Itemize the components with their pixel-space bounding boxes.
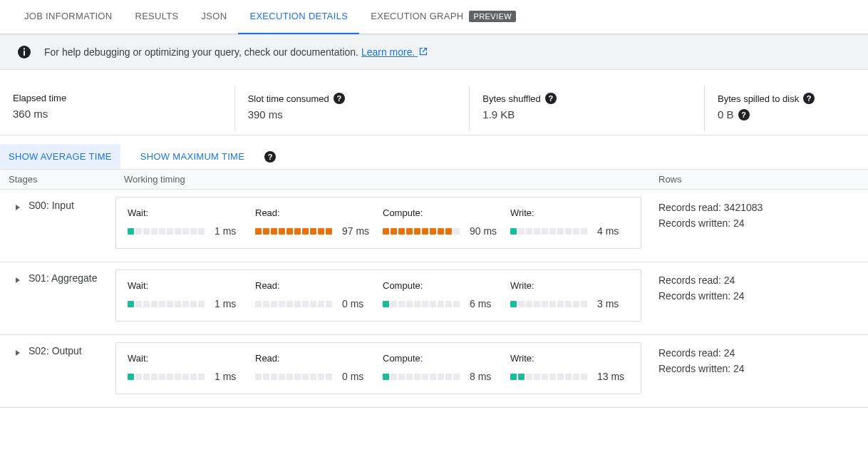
timing-segbar — [128, 228, 205, 235]
seg — [128, 228, 134, 235]
timing-bar-row: 13 ms — [510, 371, 629, 382]
show-maximum-time-button[interactable]: SHOW MAXIMUM TIME — [132, 144, 253, 169]
seg — [453, 228, 460, 235]
records-written: Records written: 24 — [658, 215, 859, 231]
tab-json[interactable]: JSON — [190, 0, 239, 34]
seg — [391, 228, 397, 235]
seg — [549, 228, 556, 235]
timing-label: Compute: — [383, 280, 502, 291]
timing-label: Compute: — [383, 353, 502, 364]
timing-block: Read:0 ms — [255, 280, 374, 309]
seg — [383, 374, 389, 380]
timing-segbar — [255, 301, 332, 307]
timing-value: 0 ms — [342, 371, 372, 382]
stat-label: Slot time consumed ? — [248, 93, 457, 104]
timing-segbar — [383, 301, 460, 307]
timing-label: Read: — [255, 353, 374, 364]
seg — [167, 374, 173, 380]
seg — [445, 374, 452, 380]
column-header-stages: Stages — [0, 170, 115, 189]
time-toggle-group: SHOW AVERAGE TIME SHOW MAXIMUM TIME ? — [0, 144, 868, 169]
seg — [182, 301, 189, 307]
stat-label: Bytes shuffled ? — [482, 93, 691, 104]
expand-icon[interactable] — [14, 347, 21, 354]
stat-bytes-spilled: Bytes spilled to disk ? 0 B ? — [704, 86, 868, 130]
timing-segbar — [255, 228, 332, 235]
timing-value: 1 ms — [215, 225, 244, 237]
help-icon[interactable]: ? — [334, 93, 345, 104]
seg — [526, 228, 532, 235]
seg — [318, 374, 324, 380]
timing-block: Write:3 ms — [510, 280, 629, 309]
seg — [518, 228, 525, 235]
seg — [159, 301, 165, 307]
timing-label: Wait: — [128, 280, 247, 291]
seg — [167, 301, 173, 307]
timing-label: Wait: — [128, 353, 247, 364]
seg — [391, 301, 397, 307]
column-header-rows: Rows — [650, 170, 868, 189]
expand-icon[interactable] — [14, 274, 21, 282]
tab-results[interactable]: RESULTS — [123, 0, 190, 34]
timing-cell: Wait:1 msRead:97 msCompute:90 msWrite:4 … — [115, 197, 650, 249]
seg — [135, 228, 142, 235]
stat-value: 1.9 KB — [482, 108, 691, 120]
seg — [128, 374, 134, 380]
timing-bar-row: 4 ms — [510, 225, 629, 237]
timing-label: Read: — [255, 207, 374, 218]
seg — [526, 301, 532, 307]
seg — [167, 228, 173, 235]
timing-value: 1 ms — [215, 298, 244, 309]
timing-segbar — [510, 374, 587, 380]
help-icon[interactable]: ? — [264, 151, 276, 163]
timing-value: 97 ms — [342, 225, 372, 237]
show-average-time-button[interactable]: SHOW AVERAGE TIME — [0, 144, 120, 169]
seg — [190, 301, 197, 307]
tab-execution-details[interactable]: EXECUTION DETAILS — [238, 0, 359, 34]
seg — [135, 374, 142, 380]
seg — [422, 228, 428, 235]
info-banner-message: For help debugging or optimizing your qu… — [44, 46, 361, 58]
tab-job-information[interactable]: JOB INFORMATION — [13, 0, 123, 34]
seg — [198, 228, 205, 235]
help-icon[interactable]: ? — [738, 109, 750, 120]
seg — [422, 301, 428, 307]
tab-execution-graph[interactable]: EXECUTION GRAPH PREVIEW — [359, 0, 527, 34]
records-read: Records read: 24 — [658, 272, 859, 288]
seg — [430, 301, 436, 307]
stat-label-text: Bytes shuffled — [482, 93, 540, 104]
seg — [445, 301, 452, 307]
seg — [565, 301, 572, 307]
timing-segbar — [510, 301, 587, 307]
seg — [263, 301, 269, 307]
seg — [453, 374, 460, 380]
seg — [318, 301, 324, 307]
learn-more-link[interactable]: Learn more. — [361, 46, 428, 58]
timing-block: Wait:1 ms — [128, 280, 247, 309]
timing-segbar — [383, 374, 460, 380]
timing-block: Compute:6 ms — [383, 280, 502, 309]
timing-block: Wait:1 ms — [128, 207, 247, 237]
seg — [430, 228, 436, 235]
timing-label: Compute: — [383, 207, 502, 218]
seg — [542, 374, 548, 380]
seg — [557, 301, 564, 307]
timing-segbar — [510, 228, 587, 235]
help-icon[interactable]: ? — [803, 93, 815, 104]
expand-icon[interactable] — [14, 202, 21, 209]
timing-cell: Wait:1 msRead:0 msCompute:8 msWrite:13 m… — [115, 342, 650, 394]
seg — [581, 374, 587, 380]
seg — [198, 374, 205, 380]
seg — [310, 228, 316, 235]
stat-label-text: Slot time consumed — [248, 93, 329, 104]
seg — [286, 374, 293, 380]
seg — [565, 228, 572, 235]
seg — [581, 301, 587, 307]
stat-value: 390 ms — [248, 108, 457, 120]
seg — [294, 228, 301, 235]
external-link-icon — [419, 46, 428, 58]
stage-name: S02: Output — [29, 345, 82, 356]
seg — [549, 301, 556, 307]
records-written: Records written: 24 — [658, 361, 859, 376]
help-icon[interactable]: ? — [545, 93, 557, 104]
